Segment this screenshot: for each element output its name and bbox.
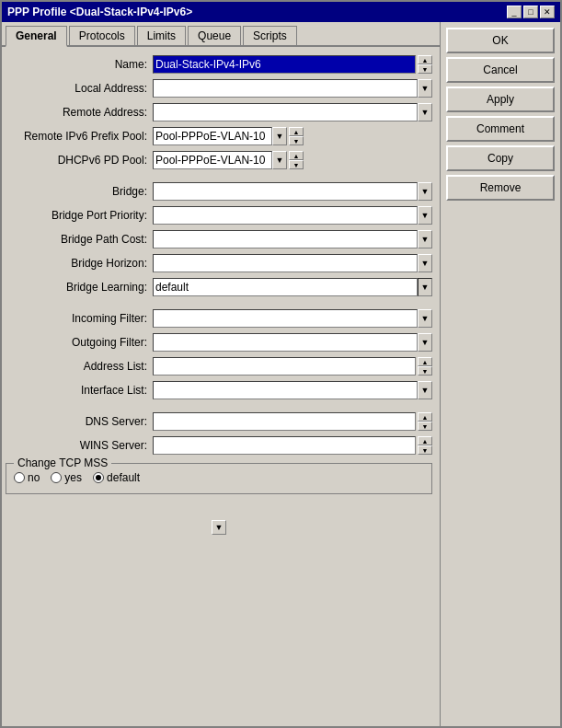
tab-protocols[interactable]: Protocols xyxy=(69,26,135,45)
dns-server-scroll: ▲ ▼ xyxy=(418,412,432,431)
remove-button[interactable]: Remove xyxy=(446,175,555,201)
bridge-horizon-input[interactable] xyxy=(153,254,418,272)
interface-list-input[interactable] xyxy=(153,381,418,399)
name-label: Name: xyxy=(6,58,153,71)
tab-bar: General Protocols Limits Queue Scripts xyxy=(2,22,440,47)
local-address-dropdown[interactable]: ▼ xyxy=(418,79,432,98)
incoming-filter-dropdown[interactable]: ▼ xyxy=(418,309,432,328)
wins-server-container: ▲ ▼ xyxy=(153,436,432,455)
bridge-dropdown[interactable]: ▼ xyxy=(418,182,432,201)
right-panel: OK Cancel Apply Comment Copy Remove xyxy=(441,22,560,726)
wins-server-input[interactable] xyxy=(153,436,416,455)
comment-button[interactable]: Comment xyxy=(446,116,555,142)
address-list-input[interactable] xyxy=(153,357,416,376)
bridge-row: Bridge: ▼ xyxy=(6,181,432,202)
tcp-mss-yes[interactable]: yes xyxy=(51,471,82,484)
outgoing-filter-dropdown[interactable]: ▼ xyxy=(418,333,432,352)
name-input-container: ▲ ▼ xyxy=(153,55,432,74)
dns-server-input[interactable] xyxy=(153,412,416,431)
address-list-container: ▲ ▼ xyxy=(153,357,432,376)
remote-ipv6-scroll-up[interactable]: ▲ xyxy=(289,127,304,136)
bridge-port-priority-container: ▼ xyxy=(153,206,432,225)
wins-server-scroll-down[interactable]: ▼ xyxy=(418,445,432,455)
close-button[interactable]: ✕ xyxy=(540,6,555,18)
dhcpv6-scroll-up[interactable]: ▲ xyxy=(289,151,304,160)
outgoing-filter-input[interactable] xyxy=(153,333,418,352)
wins-server-row: WINS Server: ▲ ▼ xyxy=(6,435,432,456)
interface-list-dropdown[interactable]: ▼ xyxy=(418,381,432,399)
form-area: Name: ▲ ▼ Local Address: ▼ xyxy=(2,47,440,726)
address-list-scroll-up[interactable]: ▲ xyxy=(418,357,432,366)
cancel-button[interactable]: Cancel xyxy=(446,57,555,83)
dhcpv6-input[interactable] xyxy=(153,151,272,169)
wins-server-scroll-up[interactable]: ▲ xyxy=(418,436,432,445)
tcp-mss-no-radio[interactable] xyxy=(14,472,25,483)
tcp-mss-no[interactable]: no xyxy=(14,471,40,484)
dns-server-scroll-down[interactable]: ▼ xyxy=(418,422,432,431)
remote-address-input[interactable] xyxy=(153,103,418,121)
main-content: General Protocols Limits Queue Scripts xyxy=(2,22,560,726)
bridge-learning-row: Bridge Learning: ▼ xyxy=(6,277,432,297)
bridge-path-cost-input[interactable] xyxy=(153,230,418,248)
remote-ipv6-scroll-down[interactable]: ▼ xyxy=(289,136,304,145)
interface-list-container: ▼ xyxy=(153,381,432,399)
incoming-filter-label: Incoming Filter: xyxy=(6,312,153,325)
local-address-input[interactable] xyxy=(153,79,418,98)
address-list-row: Address List: ▲ ▼ xyxy=(6,356,432,376)
ok-button[interactable]: OK xyxy=(446,28,555,53)
apply-button[interactable]: Apply xyxy=(446,87,555,112)
outgoing-filter-container: ▼ xyxy=(153,333,432,352)
bridge-port-priority-input[interactable] xyxy=(153,206,418,225)
address-list-label: Address List: xyxy=(6,360,153,373)
incoming-filter-container: ▼ xyxy=(153,309,432,328)
left-panel: General Protocols Limits Queue Scripts xyxy=(2,22,441,726)
remote-address-row: Remote Address: ▼ xyxy=(6,102,432,122)
tab-general[interactable]: General xyxy=(6,26,67,47)
tcp-mss-yes-radio[interactable] xyxy=(51,472,62,483)
bridge-horizon-dropdown[interactable]: ▼ xyxy=(418,254,432,272)
dhcpv6-label: DHCPv6 PD Pool: xyxy=(6,154,153,167)
remote-ipv6-row: Remote IPv6 Prefix Pool: ▼ ▲ ▼ xyxy=(6,126,432,146)
copy-button[interactable]: Copy xyxy=(446,145,555,171)
bridge-path-cost-label: Bridge Path Cost: xyxy=(6,233,153,246)
bridge-learning-dropdown[interactable]: ▼ xyxy=(418,278,432,296)
remote-address-dropdown[interactable]: ▼ xyxy=(418,103,432,121)
remote-address-container: ▼ xyxy=(153,103,432,121)
remote-ipv6-dropdown[interactable]: ▼ xyxy=(272,127,287,145)
dhcpv6-scroll-down[interactable]: ▼ xyxy=(289,160,304,169)
tab-scripts[interactable]: Scripts xyxy=(243,26,297,45)
address-list-scroll-down[interactable]: ▼ xyxy=(418,366,432,376)
tcp-mss-default-radio[interactable] xyxy=(93,472,104,483)
bridge-port-priority-label: Bridge Port Priority: xyxy=(6,209,153,222)
incoming-filter-input[interactable] xyxy=(153,309,418,328)
name-scroll-down[interactable]: ▼ xyxy=(418,64,432,74)
tab-queue[interactable]: Queue xyxy=(188,26,241,45)
form-scroll-down[interactable]: ▼ xyxy=(212,520,226,535)
bridge-learning-container: ▼ xyxy=(153,278,432,296)
remote-ipv6-scroll: ▲ ▼ xyxy=(289,127,304,145)
name-scroll-up[interactable]: ▲ xyxy=(418,55,432,64)
maximize-button[interactable]: □ xyxy=(523,6,538,18)
bridge-container: ▼ xyxy=(153,182,432,201)
bridge-learning-label: Bridge Learning: xyxy=(6,281,153,294)
bridge-horizon-container: ▼ xyxy=(153,254,432,272)
dns-server-scroll-up[interactable]: ▲ xyxy=(418,412,432,422)
incoming-filter-row: Incoming Filter: ▼ xyxy=(6,308,432,329)
bottom-scroll-area: ▼ xyxy=(6,498,432,535)
remote-ipv6-input[interactable] xyxy=(153,127,272,145)
title-bar: PPP Profile <Dual-Stack-IPv4-IPv6> _ □ ✕ xyxy=(2,2,560,22)
dhcpv6-dropdown[interactable]: ▼ xyxy=(272,151,287,169)
bridge-learning-input[interactable] xyxy=(153,278,418,296)
tcp-mss-default[interactable]: default xyxy=(93,471,140,484)
bridge-path-cost-row: Bridge Path Cost: ▼ xyxy=(6,229,432,249)
bridge-input[interactable] xyxy=(153,182,418,201)
interface-list-row: Interface List: ▼ xyxy=(6,380,432,400)
local-address-row: Local Address: ▼ xyxy=(6,78,432,98)
title-bar-controls: _ □ ✕ xyxy=(507,6,555,18)
minimize-button[interactable]: _ xyxy=(507,6,522,18)
tab-limits[interactable]: Limits xyxy=(137,26,186,45)
bridge-port-priority-dropdown[interactable]: ▼ xyxy=(418,206,432,225)
bridge-path-cost-dropdown[interactable]: ▼ xyxy=(418,230,432,248)
dns-server-row: DNS Server: ▲ ▼ xyxy=(6,411,432,432)
name-input[interactable] xyxy=(153,55,416,74)
